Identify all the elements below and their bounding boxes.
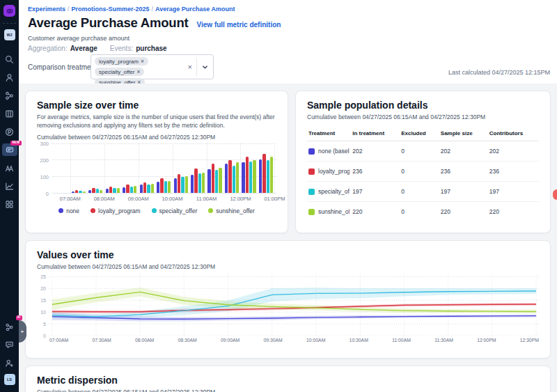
legend-item-sunshine_offer[interactable]: sunshine_offer xyxy=(208,207,255,214)
bar-specialty_offer[interactable] xyxy=(130,187,133,193)
workspace-badge[interactable]: WJ xyxy=(4,29,15,40)
bar-loyalty_program[interactable] xyxy=(228,160,231,193)
sample-size-description: For average metrics, sample size is the … xyxy=(37,113,276,130)
view-metric-definition-link[interactable]: View full metric definition xyxy=(197,21,281,29)
bar-none[interactable] xyxy=(123,187,125,192)
bar-sunshine_offer[interactable] xyxy=(100,190,102,193)
chip-remove-icon[interactable]: × xyxy=(141,58,144,65)
experiments-icon xyxy=(6,146,14,154)
bar-sunshine_offer[interactable] xyxy=(134,186,136,193)
table-value: 202 xyxy=(439,141,488,162)
x-tick-label: 11:00AM xyxy=(196,196,217,202)
bar-sunshine_offer[interactable] xyxy=(270,157,273,193)
breadcrumb-metric-name[interactable]: Average Purchase Amount xyxy=(155,6,235,13)
treatment-chip-loyalty_program[interactable]: loyalty_program× xyxy=(95,57,148,65)
bar-specialty_offer[interactable] xyxy=(267,160,269,193)
bar-sunshine_offer[interactable] xyxy=(83,191,86,193)
bar-sunshine_offer[interactable] xyxy=(151,184,154,193)
bar-sunshine_offer[interactable] xyxy=(253,160,256,192)
sample-population-card: Sample population details Cumulative bet… xyxy=(295,91,551,233)
bar-specialty_offer[interactable] xyxy=(147,185,150,193)
bar-loyalty_program[interactable] xyxy=(194,168,197,192)
bar-loyalty_program[interactable] xyxy=(126,185,129,193)
dispersion-title: Metric dispersion xyxy=(37,375,539,386)
bar-none[interactable] xyxy=(207,169,210,192)
table-value: 236 xyxy=(488,162,539,182)
bar-group-10:00 xyxy=(174,143,188,193)
bar-sunshine_offer[interactable] xyxy=(117,188,120,193)
chip-remove-icon[interactable]: × xyxy=(136,68,140,75)
bar-specialty_offer[interactable] xyxy=(113,188,116,193)
bar-specialty_offer[interactable] xyxy=(198,173,201,193)
bar-loyalty_program[interactable] xyxy=(212,164,214,193)
sidebar-item-experiments[interactable]: NEW xyxy=(2,143,17,156)
bar-none[interactable] xyxy=(72,191,74,193)
sidebar-nav: NEW xyxy=(1,50,18,213)
breadcrumb-experiment-name[interactable]: Promotions-Summer-2025 xyxy=(72,6,150,13)
bar-loyalty_program[interactable] xyxy=(143,182,146,193)
bar-specialty_offer[interactable] xyxy=(96,189,99,193)
bar-specialty_offer[interactable] xyxy=(79,191,81,192)
sidebar-item-gates[interactable] xyxy=(1,87,18,104)
bar-specialty_offer[interactable] xyxy=(215,170,218,193)
sidebar-item-help-chat[interactable] xyxy=(1,336,18,353)
bar-none[interactable] xyxy=(140,185,143,193)
legend-item-specialty_offer[interactable]: specialty_offer xyxy=(152,207,198,214)
bar-loyalty_program[interactable] xyxy=(160,178,163,193)
y-tick-label: 10 xyxy=(40,310,46,315)
bar-sunshine_offer[interactable] xyxy=(236,162,239,193)
legend-item-none[interactable]: none xyxy=(58,207,79,214)
bar-none[interactable] xyxy=(259,159,262,193)
bar-none[interactable] xyxy=(242,162,244,193)
bar-specialty_offer[interactable] xyxy=(233,166,235,193)
clear-all-button[interactable]: × xyxy=(184,55,196,79)
bar-specialty_offer[interactable] xyxy=(249,162,252,193)
y-tick-label: 25 xyxy=(40,274,46,279)
bar-sunshine_offer[interactable] xyxy=(219,168,221,193)
bar-loyalty_program[interactable] xyxy=(178,174,180,193)
sidebar-item-pulse[interactable] xyxy=(1,123,18,140)
bar-sunshine_offer[interactable] xyxy=(202,173,205,192)
legend-item-loyalty_program[interactable]: loyalty_program xyxy=(91,207,140,214)
x-tick-label: 01:00PM xyxy=(264,196,285,202)
bar-none[interactable] xyxy=(106,189,109,193)
sidebar-item-metrics[interactable] xyxy=(1,178,18,194)
column-header: Excluded xyxy=(400,126,439,141)
table-value: 202 xyxy=(488,141,539,162)
gridline-vertical xyxy=(173,143,173,193)
bar-none[interactable] xyxy=(225,164,228,193)
bar-loyalty_program[interactable] xyxy=(92,188,95,193)
sidebar-item-users[interactable] xyxy=(1,69,18,86)
treatment-chip-specialty_offer[interactable]: specialty_offer× xyxy=(95,68,144,76)
app-root: WJ NEW AI LS ▸ Experiments/Promotions-Su… xyxy=(0,0,557,392)
x-tick-label: 08:30AM xyxy=(178,338,197,343)
bar-loyalty_program[interactable] xyxy=(246,157,249,193)
bar-specialty_offer[interactable] xyxy=(181,177,184,192)
bar-specialty_offer[interactable] xyxy=(164,181,167,193)
breadcrumb-experiments[interactable]: Experiments xyxy=(28,6,65,13)
bar-loyalty_program[interactable] xyxy=(75,190,78,193)
bar-sunshine_offer[interactable] xyxy=(185,176,188,192)
ai-badge: AI xyxy=(16,315,22,320)
chevron-down-icon[interactable] xyxy=(197,55,213,79)
statsig-logo[interactable] xyxy=(3,5,15,17)
bar-loyalty_program[interactable] xyxy=(262,154,265,193)
bar-none[interactable] xyxy=(174,178,177,193)
bar-loyalty_program[interactable] xyxy=(109,187,112,193)
sidebar-item-holdouts[interactable] xyxy=(1,105,18,122)
sidebar-item-search[interactable] xyxy=(1,51,18,68)
bar-none[interactable] xyxy=(88,190,91,192)
bar-none[interactable] xyxy=(157,182,159,193)
sidebar-item-dashboards[interactable] xyxy=(1,196,18,212)
comparison-treatments-select[interactable]: loyalty_program×specialty_offer×sunshine… xyxy=(91,54,214,79)
workspace-ls-badge[interactable]: LS xyxy=(4,374,15,385)
sidebar-item-ab-tests[interactable] xyxy=(1,159,18,176)
feedback-tab[interactable] xyxy=(553,189,557,200)
sidebar-item-ai-assistant[interactable]: AI xyxy=(1,318,18,335)
bar-group-09:30 xyxy=(157,143,171,193)
sidebar-item-invite-user[interactable] xyxy=(1,354,18,371)
table-value: 197 xyxy=(439,182,488,202)
bar-sunshine_offer[interactable] xyxy=(168,181,171,193)
sample-size-title: Sample size over time xyxy=(37,100,276,111)
bar-none[interactable] xyxy=(191,175,194,193)
